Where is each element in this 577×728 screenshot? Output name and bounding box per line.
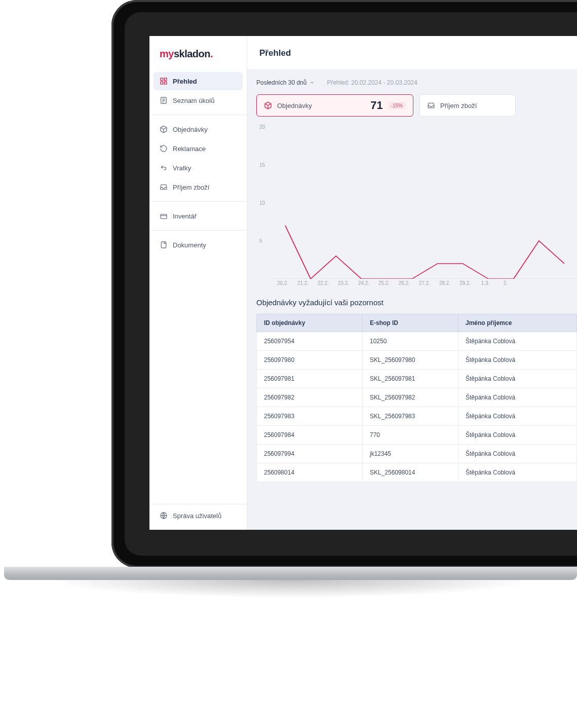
sidebar-item-label: Příjem zboží — [173, 184, 209, 191]
undo-icon — [160, 144, 168, 153]
chart-y-tick: 20 — [259, 124, 265, 130]
stat-card-label: Objednávky — [277, 102, 312, 110]
svg-rect-1 — [164, 78, 167, 81]
table-cell: SKL_256097983 — [363, 407, 458, 426]
sidebar-item-reklamace[interactable]: Reklamace — [153, 139, 243, 158]
chart-x-tick: 26.2. — [394, 280, 414, 286]
chart-x-tick: 23.2. — [333, 280, 354, 286]
date-range-selector[interactable]: Posledních 30 dnů — [256, 79, 315, 86]
sidebar-item-inventar[interactable]: Inventář — [153, 207, 243, 225]
page-title: Přehled — [259, 48, 565, 58]
table-cell: 256097982 — [257, 388, 363, 407]
overview-label: Přehled: — [327, 79, 350, 86]
sidebar-footer-label: Správa uživatelů — [173, 512, 221, 520]
table-cell: SKL_256097982 — [363, 388, 458, 407]
table-cell: jk12345 — [363, 445, 458, 463]
table-cell: SKL_256098014 — [363, 463, 458, 482]
table-cell: Štěpánka Coblová — [458, 463, 577, 482]
return-icon — [160, 164, 168, 172]
sidebar-item-label: Inventář — [173, 212, 197, 220]
chart-x-tick: 22.2. — [313, 280, 333, 286]
sidebar-item-label: Objednávky — [173, 126, 208, 133]
list-icon — [160, 96, 168, 104]
table-cell: Štěpánka Coblová — [458, 332, 577, 351]
sidebar-item-label: Přehled — [173, 78, 197, 85]
chart-x-tick: 25.2. — [374, 280, 394, 286]
brand-logo: myskladon. — [149, 36, 247, 69]
cube-icon — [264, 101, 272, 110]
table-cell: 256098014 — [257, 463, 363, 482]
table-row[interactable]: 256097980SKL_256097980Štěpánka Coblová — [257, 351, 577, 370]
sidebar-item-vratky[interactable]: Vratky — [153, 159, 243, 177]
inventory-icon — [160, 212, 168, 220]
date-range-value: 20.02.2024 - 20.03.2024 — [351, 79, 417, 86]
chart-y-tick: 5 — [259, 238, 262, 244]
stat-card-objednavky[interactable]: Objednávky 71 -15% — [256, 94, 413, 117]
date-range-label: Posledních 30 dnů — [256, 79, 306, 86]
sidebar-item-label: Vratky — [173, 164, 191, 172]
table-cell: 256097954 — [257, 332, 363, 351]
sidebar: myskladon. Přehled Seznam úkolů — [149, 36, 247, 530]
table-cell: 256097994 — [257, 445, 363, 463]
chart-x-tick: 24.2. — [354, 280, 374, 286]
orders-chart: 2015105 20.2.21.2.22.2.23.2.24.2.25.2.26… — [256, 122, 577, 289]
stat-card-label: Příjem zboží — [440, 102, 477, 110]
laptop-base — [4, 567, 577, 580]
brand-suffix: . — [210, 48, 213, 59]
table-cell: Štěpánka Coblová — [458, 351, 577, 370]
table-header-cell[interactable]: E-shop ID — [363, 314, 458, 332]
sidebar-footer-item-users[interactable]: Správa uživatelů — [149, 504, 247, 530]
chart-x-tick: 28.2. — [435, 280, 455, 286]
globe-icon — [160, 512, 168, 520]
sidebar-item-objednavky[interactable]: Objednávky — [153, 120, 243, 138]
sidebar-item-label: Reklamace — [173, 145, 206, 153]
table-row[interactable]: 256097984770Štěpánka Coblová — [257, 426, 577, 445]
table-cell: SKL_256097981 — [363, 370, 458, 388]
table-cell: Štěpánka Coblová — [458, 370, 577, 388]
svg-rect-2 — [161, 82, 163, 84]
chart-x-tick: 20.2. — [273, 280, 293, 286]
table-cell: Štěpánka Coblová — [458, 445, 577, 463]
chevron-down-icon — [310, 80, 315, 85]
svg-rect-0 — [161, 78, 163, 81]
doc-icon — [160, 241, 168, 249]
page-header: Přehled — [247, 36, 577, 70]
svg-rect-5 — [161, 214, 167, 219]
sidebar-item-label: Dokumenty — [173, 241, 206, 249]
chart-x-tick: 2. — [495, 280, 516, 286]
table-row[interactable]: 25609795410250Štěpánka Coblová — [257, 332, 577, 351]
table-row[interactable]: 256097982SKL_256097982Štěpánka Coblová — [257, 388, 577, 407]
table-cell: 256097981 — [257, 370, 363, 388]
sidebar-nav: Přehled Seznam úkolů Objednávky — [149, 69, 247, 504]
sidebar-item-dokumenty[interactable]: Dokumenty — [153, 236, 243, 254]
stat-card-delta: -15% — [388, 102, 406, 110]
table-cell: Štěpánka Coblová — [458, 426, 577, 445]
main-content: Přehled Posledních 30 dnů Přehled:20.02.… — [247, 36, 577, 530]
sidebar-item-prehled[interactable]: Přehled — [153, 72, 243, 90]
table-cell: SKL_256097980 — [363, 351, 458, 370]
table-row[interactable]: 256098014SKL_256098014Štěpánka Coblová — [257, 463, 577, 482]
table-cell: 770 — [363, 426, 458, 445]
sidebar-item-seznam-ukolu[interactable]: Seznam úkolů — [153, 91, 243, 110]
sidebar-item-prijem-zbozi[interactable]: Příjem zboží — [153, 178, 243, 196]
table-cell: 256097983 — [257, 407, 363, 426]
chart-y-tick: 15 — [259, 162, 265, 168]
table-cell: Štěpánka Coblová — [458, 407, 577, 426]
stat-card-prijem-zbozi[interactable]: Příjem zboží — [419, 94, 516, 117]
svg-rect-3 — [164, 82, 167, 84]
date-range-display: Přehled:20.02.2024 - 20.03.2024 — [327, 79, 417, 86]
laptop-shadow — [4, 580, 577, 605]
table-row[interactable]: 256097983SKL_256097983Štěpánka Coblová — [257, 407, 577, 426]
table-header-cell[interactable]: Jméno příjemce — [458, 314, 577, 332]
chart-y-tick: 10 — [259, 200, 265, 206]
table-cell: Štěpánka Coblová — [458, 388, 577, 407]
brand-prefix: my — [160, 48, 174, 59]
app-screen: myskladon. Přehled Seznam úkolů — [149, 36, 577, 530]
table-header-cell[interactable]: ID objednávky — [257, 314, 363, 332]
orders-table: ID objednávkyE-shop IDJméno příjemce 256… — [256, 314, 577, 482]
brand-name: skladon — [174, 48, 210, 59]
sidebar-item-label: Seznam úkolů — [173, 97, 214, 104]
table-row[interactable]: 256097981SKL_256097981Štěpánka Coblová — [257, 370, 577, 388]
table-row[interactable]: 256097994jk12345Štěpánka Coblová — [257, 445, 577, 463]
table-cell: 256097980 — [257, 351, 363, 370]
